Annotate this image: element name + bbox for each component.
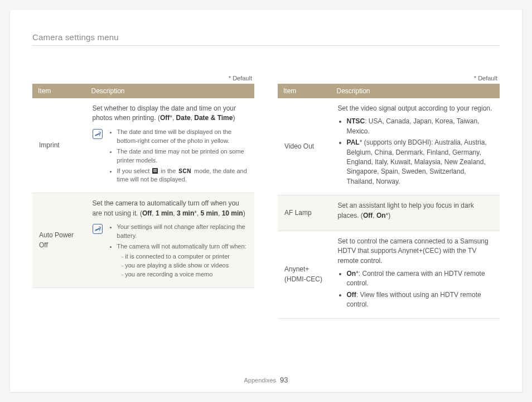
- th-desc: Description: [331, 84, 500, 98]
- desc-cell: Set the camera to automatically turn off…: [86, 193, 254, 288]
- desc-cell: Set to control the camera connected to a…: [331, 231, 500, 318]
- scn-label: SCN: [178, 168, 191, 174]
- note-subitem: you are recording a voice memo: [122, 270, 248, 279]
- table-row: Anynet+ (HDMI-CEC) Set to control the ca…: [278, 231, 500, 318]
- default-note: * Default: [32, 75, 252, 82]
- default-note: * Default: [278, 75, 497, 82]
- note-block: The date and time will be displayed on t…: [93, 128, 248, 186]
- note-item: Your settings will not change after repl…: [117, 223, 248, 241]
- note-list: Your settings will not change after repl…: [108, 223, 248, 281]
- table-row: Imprint Set whether to display the date …: [32, 98, 254, 193]
- th-desc: Description: [86, 84, 254, 98]
- th-item: Item: [32, 84, 86, 98]
- page: Camera settings menu * Default Item Desc…: [10, 10, 522, 392]
- table-row: Auto Power Off Set the camera to automat…: [32, 193, 254, 288]
- left-column: * Default Item Description Imprint Set w…: [32, 75, 254, 319]
- note-icon: [93, 224, 103, 234]
- footer-label: Appendixes: [244, 377, 276, 384]
- note-block: Your settings will not change after repl…: [93, 223, 248, 281]
- section-title: Camera settings menu: [32, 32, 500, 46]
- desc-cell: Set the video signal output according to…: [331, 98, 500, 195]
- desc-cell: Set an assistant light to help you focus…: [331, 195, 500, 231]
- page-number: 93: [280, 376, 288, 384]
- note-item: The camera will not automatically turn o…: [117, 242, 248, 279]
- item-cell: Video Out: [278, 98, 331, 195]
- page-footer: Appendixes 93: [10, 376, 522, 384]
- note-subitem: it is connected to a computer or printer: [122, 252, 248, 261]
- note-item: The date and time may not be printed on …: [117, 147, 248, 165]
- desc-cell: Set whether to display the date and time…: [86, 98, 254, 193]
- settings-table-left: Item Description Imprint Set whether to …: [32, 84, 254, 288]
- note-item: The date and time will be displayed on t…: [117, 128, 248, 146]
- option-item: On*: Control the camera with an HDTV rem…: [347, 269, 493, 289]
- note-subitem: you are playing a slide show or videos: [122, 261, 248, 270]
- note-list: The date and time will be displayed on t…: [108, 128, 248, 186]
- content-columns: * Default Item Description Imprint Set w…: [32, 75, 500, 319]
- table-row: Video Out Set the video signal output ac…: [278, 98, 500, 195]
- menu-glyph-icon: [152, 168, 158, 174]
- note-sublist: it is connected to a computer or printer…: [117, 252, 248, 279]
- table-row: AF Lamp Set an assistant light to help y…: [278, 195, 500, 231]
- item-cell: Auto Power Off: [32, 193, 86, 288]
- th-item: Item: [278, 84, 331, 98]
- option-list: NTSC: USA, Canada, Japan, Korea, Taiwan,…: [338, 117, 493, 186]
- settings-table-right: Item Description Video Out Set the video…: [278, 84, 500, 319]
- note-icon: [93, 129, 103, 139]
- option-item: PAL* (supports only BDGHI): Australia, A…: [347, 138, 493, 186]
- item-cell: Imprint: [32, 98, 86, 193]
- option-list: On*: Control the camera with an HDTV rem…: [338, 269, 493, 310]
- item-cell: AF Lamp: [278, 195, 331, 231]
- option-item: Off: View files without using an HDTV re…: [347, 290, 493, 310]
- note-item: If you select in the SCN mode, the date …: [117, 167, 248, 185]
- option-item: NTSC: USA, Canada, Japan, Korea, Taiwan,…: [347, 117, 493, 136]
- item-cell: Anynet+ (HDMI-CEC): [278, 231, 331, 318]
- right-column: * Default Item Description Video Out Set…: [278, 75, 500, 319]
